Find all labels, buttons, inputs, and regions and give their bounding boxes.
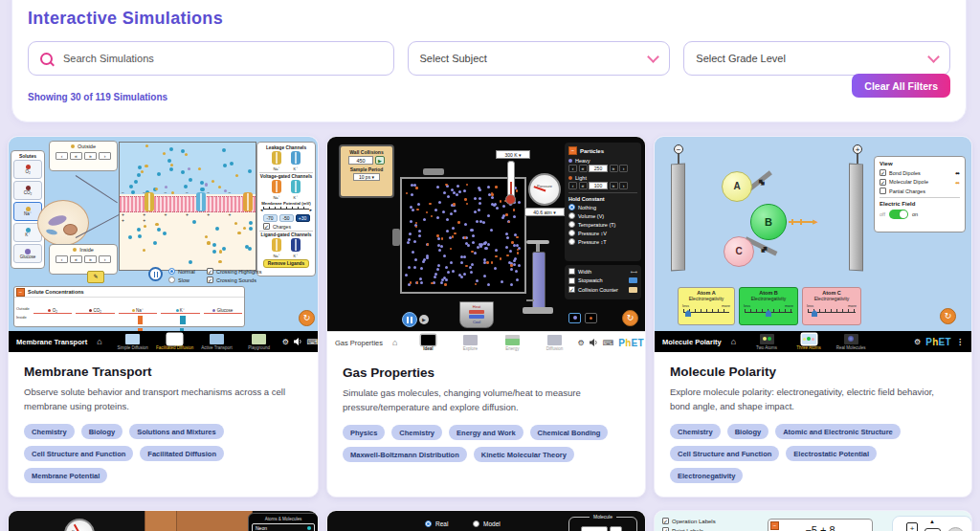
gear-icon[interactable]: ⚙ bbox=[282, 338, 289, 346]
tab-three-atoms[interactable]: Three Atoms bbox=[791, 334, 826, 350]
tag[interactable]: Cell Structure and Function bbox=[670, 446, 779, 461]
decrement-fast-button[interactable]: « bbox=[70, 152, 82, 160]
decrement-button[interactable]: ‹ bbox=[56, 152, 68, 160]
home-icon[interactable]: ⌂ bbox=[392, 339, 397, 347]
tab-two-atoms[interactable]: Two Atoms bbox=[749, 334, 784, 350]
sim-card-gas-properties[interactable]: Wall Collisions 450 ▶ Sample Period 10 p… bbox=[326, 136, 646, 498]
width-checkbox[interactable] bbox=[568, 268, 575, 275]
increment-fast-button[interactable]: » bbox=[610, 182, 618, 189]
molecule-select-value[interactable]: H₂O bbox=[581, 526, 608, 531]
container-lid-handle[interactable] bbox=[423, 168, 444, 175]
membrane-channel-yellow[interactable] bbox=[145, 192, 154, 211]
gear-icon[interactable]: ⚙ bbox=[577, 339, 584, 347]
solute-o2-button[interactable]: O₂ bbox=[13, 160, 42, 179]
light-particle-selector[interactable] bbox=[585, 313, 597, 323]
pause-button[interactable] bbox=[148, 267, 163, 281]
hold-nothing-radio[interactable] bbox=[568, 204, 575, 210]
atom-b[interactable]: B bbox=[750, 204, 787, 240]
tag[interactable]: Chemical Bonding bbox=[530, 425, 609, 440]
voltage-k-channel[interactable] bbox=[291, 180, 301, 193]
partial-charges-checkbox[interactable] bbox=[880, 188, 886, 194]
ligand-na-channel[interactable] bbox=[272, 238, 281, 252]
search-input[interactable] bbox=[61, 52, 382, 65]
play-button[interactable]: ▶ bbox=[375, 156, 385, 165]
increment-fast-button[interactable]: » bbox=[610, 165, 618, 172]
collapse-button[interactable]: − bbox=[568, 146, 577, 155]
tab-diffusion[interactable]: Diffusion bbox=[537, 335, 571, 351]
tag[interactable]: Chemistry bbox=[391, 425, 442, 440]
plus-button[interactable]: + bbox=[906, 522, 918, 531]
tag[interactable]: Membrane Potential bbox=[24, 468, 107, 483]
pressure-readout[interactable]: 40.6 atm ▾ bbox=[524, 208, 565, 216]
reset-button[interactable]: ↻ bbox=[940, 308, 956, 324]
hold-pressure-v-radio[interactable] bbox=[568, 230, 575, 236]
heavy-particle-selector[interactable] bbox=[568, 313, 581, 323]
collision-counter-checkbox[interactable] bbox=[568, 286, 575, 293]
tab-facilitated-diffusion[interactable]: Facilitated Diffusion bbox=[158, 334, 192, 350]
solute-co2-button[interactable]: CO₂ bbox=[13, 181, 42, 200]
tab-ideal[interactable]: Ideal bbox=[411, 335, 445, 351]
pause-button[interactable] bbox=[402, 312, 417, 327]
sound-icon[interactable] bbox=[590, 339, 598, 346]
species-neon-selected[interactable]: Neon bbox=[252, 523, 315, 531]
sim-card-partial-3[interactable]: Operation Labels Point Labels Tick Marks… bbox=[654, 510, 972, 531]
step-button[interactable]: ▶ bbox=[419, 315, 429, 324]
temperature-readout[interactable]: 300 K ▾ bbox=[496, 150, 530, 159]
increment-button[interactable]: › bbox=[99, 152, 111, 160]
atom-a[interactable]: A bbox=[722, 171, 752, 202]
keyboard-icon[interactable]: ⌨ bbox=[307, 338, 319, 346]
menu-dots-icon[interactable]: ⋮ bbox=[956, 338, 964, 346]
tag[interactable]: Electronegativity bbox=[670, 468, 743, 483]
crossing-highlights-checkbox[interactable] bbox=[207, 268, 213, 275]
decrement-fast-button[interactable]: « bbox=[70, 255, 82, 263]
potential-minus50-button[interactable]: -50 bbox=[279, 214, 294, 222]
tag[interactable]: Facilitated Diffusion bbox=[140, 446, 224, 461]
reset-button[interactable]: ↻ bbox=[622, 310, 638, 326]
tab-simple-diffusion[interactable]: Simple Diffusion bbox=[116, 334, 150, 350]
model-radio[interactable] bbox=[473, 520, 479, 527]
spinner-up-icon[interactable]: ▲ bbox=[929, 519, 935, 524]
decrement-button[interactable]: ‹ bbox=[568, 182, 577, 189]
potential-minus70-button[interactable]: -70 bbox=[263, 214, 278, 222]
tag[interactable]: Biology bbox=[727, 424, 769, 439]
tag[interactable]: Solutions and Mixtures bbox=[129, 424, 224, 439]
tag[interactable]: Cell Structure and Function bbox=[24, 446, 133, 461]
tab-active-transport[interactable]: Active Transport bbox=[200, 334, 234, 350]
clear-all-filters-button[interactable]: Clear All Filters bbox=[852, 74, 950, 98]
decrement-fast-button[interactable]: « bbox=[579, 182, 588, 189]
reset-button[interactable]: ↻ bbox=[299, 310, 315, 326]
decrement-button[interactable]: ‹ bbox=[568, 165, 577, 172]
heater-bucket[interactable]: Heat Cool bbox=[459, 301, 494, 328]
sound-icon[interactable] bbox=[294, 338, 302, 345]
ligand-k-channel[interactable] bbox=[291, 238, 301, 252]
electric-field-toggle[interactable] bbox=[889, 210, 908, 219]
subject-select[interactable]: Select Subject bbox=[408, 41, 671, 76]
tab-explore[interactable]: Explore bbox=[453, 335, 487, 351]
stopwatch-checkbox[interactable] bbox=[568, 277, 575, 284]
grade-select[interactable]: Select Grade Level bbox=[683, 41, 950, 76]
increment-button[interactable]: › bbox=[619, 182, 628, 189]
home-icon[interactable]: ⌂ bbox=[97, 338, 101, 346]
increment-button[interactable]: › bbox=[99, 255, 111, 263]
crossing-sounds-checkbox[interactable] bbox=[207, 277, 213, 283]
tab-energy[interactable]: Energy bbox=[495, 335, 529, 351]
tag[interactable]: Maxwell-Boltzmann Distribution bbox=[343, 447, 467, 462]
hold-temperature-radio[interactable] bbox=[568, 221, 575, 228]
operation-labels-checkbox[interactable] bbox=[662, 518, 669, 524]
tab-playground[interactable]: Playground bbox=[242, 334, 277, 350]
tab-real-molecules[interactable]: Real Molecules bbox=[834, 334, 868, 350]
home-icon[interactable]: ⌂ bbox=[731, 338, 736, 346]
molecule-select-arrow[interactable]: ▼ bbox=[610, 526, 622, 531]
decrement-button[interactable]: ‹ bbox=[56, 255, 68, 263]
eraser-button[interactable]: ✎ bbox=[87, 271, 104, 283]
sim-card-molecule-polarity[interactable]: − + A B C ⬌ ⬌ ▶ View Bond Dipoles⬌ Molec… bbox=[654, 136, 972, 498]
hold-pressure-t-radio[interactable] bbox=[568, 238, 575, 245]
potential-plus30-button[interactable]: +30 bbox=[296, 214, 310, 222]
resize-handle[interactable] bbox=[392, 229, 400, 246]
atom-c[interactable]: C bbox=[724, 236, 754, 267]
charges-checkbox[interactable] bbox=[263, 223, 270, 230]
bond-dipoles-checkbox[interactable] bbox=[880, 169, 886, 176]
keyboard-icon[interactable]: ⌨ bbox=[603, 339, 614, 347]
tag[interactable]: Physics bbox=[343, 425, 385, 440]
tag[interactable]: Chemistry bbox=[24, 424, 75, 439]
